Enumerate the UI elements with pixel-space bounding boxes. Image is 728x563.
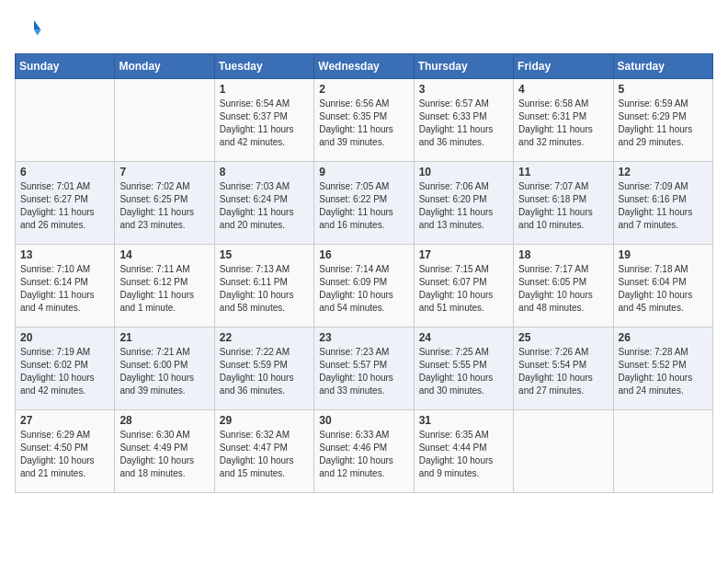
day-info: Sunrise: 7:01 AM Sunset: 6:27 PM Dayligh… — [20, 180, 109, 232]
week-row-5: 27Sunrise: 6:29 AM Sunset: 4:50 PM Dayli… — [16, 410, 713, 493]
day-number: 27 — [20, 414, 109, 427]
calendar-cell: 17Sunrise: 7:15 AM Sunset: 6:07 PM Dayli… — [414, 245, 513, 327]
calendar-cell: 8Sunrise: 7:03 AM Sunset: 6:24 PM Daylig… — [214, 162, 313, 245]
column-header-wednesday: Wednesday — [314, 54, 414, 79]
calendar-cell: 10Sunrise: 7:06 AM Sunset: 6:20 PM Dayli… — [414, 162, 513, 245]
day-number: 13 — [20, 248, 109, 261]
week-row-2: 6Sunrise: 7:01 AM Sunset: 6:27 PM Daylig… — [16, 162, 713, 245]
calendar-cell: 9Sunrise: 7:05 AM Sunset: 6:22 PM Daylig… — [314, 162, 414, 245]
day-info: Sunrise: 7:09 AM Sunset: 6:16 PM Dayligh… — [619, 180, 708, 232]
calendar-cell: 24Sunrise: 7:25 AM Sunset: 5:55 PM Dayli… — [414, 327, 513, 410]
day-info: Sunrise: 7:03 AM Sunset: 6:24 PM Dayligh… — [220, 180, 309, 232]
calendar-cell: 18Sunrise: 7:17 AM Sunset: 6:05 PM Dayli… — [514, 245, 613, 327]
calendar-cell: 25Sunrise: 7:26 AM Sunset: 5:54 PM Dayli… — [514, 327, 613, 410]
column-header-sunday: Sunday — [16, 54, 115, 79]
day-number: 6 — [20, 166, 109, 178]
column-header-saturday: Saturday — [613, 54, 712, 79]
calendar-cell: 20Sunrise: 7:19 AM Sunset: 6:02 PM Dayli… — [16, 327, 115, 410]
column-header-monday: Monday — [115, 54, 214, 79]
calendar-cell: 6Sunrise: 7:01 AM Sunset: 6:27 PM Daylig… — [16, 162, 115, 245]
calendar-cell: 15Sunrise: 7:13 AM Sunset: 6:11 PM Dayli… — [214, 245, 313, 327]
day-number: 21 — [119, 331, 209, 344]
calendar-cell — [613, 410, 712, 493]
day-info: Sunrise: 6:56 AM Sunset: 6:35 PM Dayligh… — [319, 98, 408, 149]
day-number: 3 — [419, 83, 508, 96]
calendar-cell: 27Sunrise: 6:29 AM Sunset: 4:50 PM Dayli… — [16, 410, 115, 493]
day-number: 24 — [419, 331, 508, 344]
calendar-cell: 7Sunrise: 7:02 AM Sunset: 6:25 PM Daylig… — [115, 162, 214, 245]
calendar-cell — [16, 79, 115, 162]
day-number: 15 — [220, 248, 309, 261]
svg-marker-1 — [34, 30, 41, 36]
day-number: 17 — [419, 248, 508, 261]
calendar-cell: 14Sunrise: 7:11 AM Sunset: 6:12 PM Dayli… — [115, 245, 214, 327]
calendar-cell: 12Sunrise: 7:09 AM Sunset: 6:16 PM Dayli… — [613, 162, 712, 245]
calendar-cell: 16Sunrise: 7:14 AM Sunset: 6:09 PM Dayli… — [314, 245, 414, 327]
week-row-1: 1Sunrise: 6:54 AM Sunset: 6:37 PM Daylig… — [16, 79, 713, 162]
day-number: 7 — [119, 166, 209, 178]
day-info: Sunrise: 7:13 AM Sunset: 6:11 PM Dayligh… — [220, 263, 309, 315]
day-info: Sunrise: 6:35 AM Sunset: 4:44 PM Dayligh… — [419, 429, 508, 480]
day-number: 19 — [619, 248, 708, 261]
day-info: Sunrise: 7:10 AM Sunset: 6:14 PM Dayligh… — [20, 263, 109, 315]
calendar-cell: 5Sunrise: 6:59 AM Sunset: 6:29 PM Daylig… — [613, 79, 712, 162]
day-info: Sunrise: 6:30 AM Sunset: 4:49 PM Dayligh… — [119, 429, 209, 480]
calendar-cell: 1Sunrise: 6:54 AM Sunset: 6:37 PM Daylig… — [214, 79, 313, 162]
day-number: 22 — [220, 331, 309, 344]
day-info: Sunrise: 7:06 AM Sunset: 6:20 PM Dayligh… — [419, 180, 508, 232]
calendar-cell: 3Sunrise: 6:57 AM Sunset: 6:33 PM Daylig… — [414, 79, 513, 162]
day-info: Sunrise: 7:02 AM Sunset: 6:25 PM Dayligh… — [119, 180, 209, 232]
day-info: Sunrise: 6:57 AM Sunset: 6:33 PM Dayligh… — [419, 98, 508, 149]
day-number: 9 — [319, 166, 408, 178]
logo — [15, 15, 46, 42]
calendar-cell: 28Sunrise: 6:30 AM Sunset: 4:49 PM Dayli… — [115, 410, 214, 493]
day-number: 31 — [419, 414, 508, 427]
day-info: Sunrise: 7:23 AM Sunset: 5:57 PM Dayligh… — [319, 346, 408, 397]
day-info: Sunrise: 6:59 AM Sunset: 6:29 PM Dayligh… — [619, 98, 708, 149]
calendar-cell: 30Sunrise: 6:33 AM Sunset: 4:46 PM Dayli… — [314, 410, 414, 493]
column-header-thursday: Thursday — [414, 54, 513, 79]
calendar-cell: 22Sunrise: 7:22 AM Sunset: 5:59 PM Dayli… — [214, 327, 313, 410]
svg-marker-0 — [34, 20, 41, 30]
day-info: Sunrise: 7:14 AM Sunset: 6:09 PM Dayligh… — [319, 263, 408, 315]
day-info: Sunrise: 7:07 AM Sunset: 6:18 PM Dayligh… — [518, 180, 608, 232]
calendar-cell: 11Sunrise: 7:07 AM Sunset: 6:18 PM Dayli… — [514, 162, 613, 245]
calendar-cell: 26Sunrise: 7:28 AM Sunset: 5:52 PM Dayli… — [613, 327, 712, 410]
calendar-cell: 21Sunrise: 7:21 AM Sunset: 6:00 PM Dayli… — [115, 327, 214, 410]
calendar-cell: 4Sunrise: 6:58 AM Sunset: 6:31 PM Daylig… — [514, 79, 613, 162]
calendar-cell: 31Sunrise: 6:35 AM Sunset: 4:44 PM Dayli… — [414, 410, 513, 493]
day-info: Sunrise: 7:28 AM Sunset: 5:52 PM Dayligh… — [619, 346, 708, 397]
day-number: 25 — [518, 331, 608, 344]
calendar-header: SundayMondayTuesdayWednesdayThursdayFrid… — [16, 54, 713, 79]
day-number: 29 — [220, 414, 309, 427]
calendar-cell: 29Sunrise: 6:32 AM Sunset: 4:47 PM Dayli… — [214, 410, 313, 493]
day-info: Sunrise: 7:21 AM Sunset: 6:00 PM Dayligh… — [119, 346, 209, 397]
day-info: Sunrise: 6:58 AM Sunset: 6:31 PM Dayligh… — [518, 98, 608, 149]
day-number: 14 — [119, 248, 209, 261]
day-info: Sunrise: 7:18 AM Sunset: 6:04 PM Dayligh… — [619, 263, 708, 315]
header-row: SundayMondayTuesdayWednesdayThursdayFrid… — [16, 54, 713, 79]
calendar-cell: 13Sunrise: 7:10 AM Sunset: 6:14 PM Dayli… — [16, 245, 115, 327]
day-info: Sunrise: 6:33 AM Sunset: 4:46 PM Dayligh… — [319, 429, 408, 480]
day-number: 23 — [319, 331, 408, 344]
day-info: Sunrise: 7:11 AM Sunset: 6:12 PM Dayligh… — [119, 263, 209, 315]
day-info: Sunrise: 7:25 AM Sunset: 5:55 PM Dayligh… — [419, 346, 508, 397]
week-row-3: 13Sunrise: 7:10 AM Sunset: 6:14 PM Dayli… — [16, 245, 713, 327]
calendar-body: 1Sunrise: 6:54 AM Sunset: 6:37 PM Daylig… — [16, 79, 713, 493]
day-number: 11 — [518, 166, 608, 178]
day-info: Sunrise: 7:19 AM Sunset: 6:02 PM Dayligh… — [20, 346, 109, 397]
day-info: Sunrise: 7:05 AM Sunset: 6:22 PM Dayligh… — [319, 180, 408, 232]
day-number: 12 — [619, 166, 708, 178]
day-number: 4 — [518, 83, 608, 96]
column-header-tuesday: Tuesday — [214, 54, 313, 79]
calendar-cell — [514, 410, 613, 493]
logo-icon — [15, 15, 42, 42]
day-number: 30 — [319, 414, 408, 427]
day-info: Sunrise: 7:22 AM Sunset: 5:59 PM Dayligh… — [220, 346, 309, 397]
day-number: 16 — [319, 248, 408, 261]
calendar-cell — [115, 79, 214, 162]
day-info: Sunrise: 6:54 AM Sunset: 6:37 PM Dayligh… — [220, 98, 309, 149]
day-info: Sunrise: 7:15 AM Sunset: 6:07 PM Dayligh… — [419, 263, 508, 315]
day-number: 26 — [619, 331, 708, 344]
day-number: 2 — [319, 83, 408, 96]
